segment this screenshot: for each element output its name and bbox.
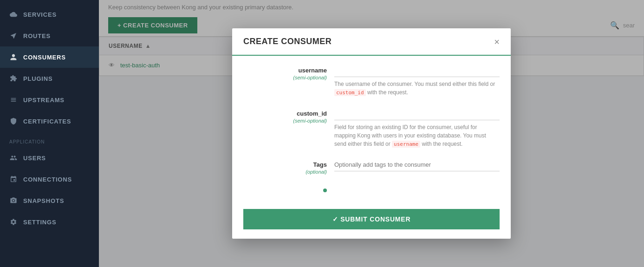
custom-id-form-row: custom_id (semi-optional) Field for stor… <box>243 108 500 149</box>
plugin-icon <box>9 74 18 83</box>
sidebar-item-routes-label: ROUTES <box>23 33 51 39</box>
custom-id-sublabel: (semi-optional) <box>243 118 327 124</box>
modal-body: username (semi-optional) The username of… <box>232 56 511 203</box>
settings-icon <box>9 218 18 226</box>
modal-title: CREATE CONSUMER <box>243 37 332 46</box>
tags-form-row: Tags (optional) <box>243 159 500 175</box>
sidebar: SERVICES ROUTES CONSUMERS PLUGINS UPSTRE… <box>0 0 99 267</box>
sidebar-item-services-label: SERVICES <box>23 11 57 18</box>
svg-point-0 <box>13 200 14 202</box>
sidebar-item-users-label: USERS <box>23 155 46 162</box>
sidebar-item-plugins[interactable]: PLUGINS <box>0 68 99 89</box>
sidebar-item-snapshots[interactable]: SNAPSHOTS <box>0 190 99 211</box>
modal-footer: ✓ SUBMIT CONSUMER <box>232 203 511 239</box>
sidebar-item-upstreams[interactable]: UPSTREAMS <box>0 89 99 111</box>
sidebar-item-routes[interactable]: ROUTES <box>0 25 99 46</box>
create-consumer-modal: CREATE CONSUMER × username (semi-optiona… <box>232 28 511 239</box>
custom-id-help: Field for storing an existing ID for the… <box>334 123 500 149</box>
username-sublabel: (semi-optional) <box>243 75 327 80</box>
sidebar-item-settings[interactable]: SETTINGS <box>0 211 99 233</box>
dot-row <box>243 186 500 194</box>
username-help: The username of the consumer. You must s… <box>334 80 500 97</box>
tags-input[interactable] <box>334 159 500 171</box>
username-input[interactable] <box>334 65 500 77</box>
sidebar-item-connections[interactable]: CONNECTIONS <box>0 169 99 190</box>
username-label: username <box>243 67 327 74</box>
sidebar-item-services[interactable]: SERVICES <box>0 4 99 25</box>
connections-icon <box>9 175 18 183</box>
snapshots-icon <box>9 196 18 205</box>
username-form-row: username (semi-optional) The username of… <box>243 65 500 97</box>
sidebar-item-certificates-label: CERTIFICATES <box>23 118 71 125</box>
route-icon <box>9 32 18 40</box>
users-icon <box>9 154 18 162</box>
sidebar-item-connections-label: CONNECTIONS <box>23 176 72 183</box>
cert-icon <box>9 117 18 125</box>
sidebar-item-certificates[interactable]: CERTIFICATES <box>0 111 99 132</box>
modal-overlay: CREATE CONSUMER × username (semi-optiona… <box>99 0 644 267</box>
tags-label: Tags <box>243 161 327 168</box>
sidebar-item-snapshots-label: SNAPSHOTS <box>23 197 64 204</box>
submit-consumer-button[interactable]: ✓ SUBMIT CONSUMER <box>243 209 500 229</box>
sidebar-item-upstreams-label: UPSTREAMS <box>23 97 65 104</box>
custom-id-input[interactable] <box>334 108 500 120</box>
sidebar-item-consumers[interactable]: CONSUMERS <box>0 46 99 68</box>
upstream-icon <box>9 96 18 104</box>
application-section-label: APPLICATION <box>0 132 99 147</box>
modal-close-button[interactable]: × <box>494 37 500 46</box>
custom-id-label: custom_id <box>243 110 327 117</box>
modal-header: CREATE CONSUMER × <box>232 28 511 56</box>
sidebar-item-settings-label: SETTINGS <box>23 219 56 226</box>
dot-indicator <box>323 189 327 192</box>
tags-sublabel: (optional) <box>243 169 327 175</box>
sidebar-item-consumers-label: CONSUMERS <box>23 54 66 61</box>
main-content-area: Keep consistency between Kong and your e… <box>99 0 644 267</box>
cloud-icon <box>9 10 18 19</box>
sidebar-item-users[interactable]: USERS <box>0 147 99 169</box>
person-icon <box>9 53 18 61</box>
sidebar-item-plugins-label: PLUGINS <box>23 75 52 82</box>
